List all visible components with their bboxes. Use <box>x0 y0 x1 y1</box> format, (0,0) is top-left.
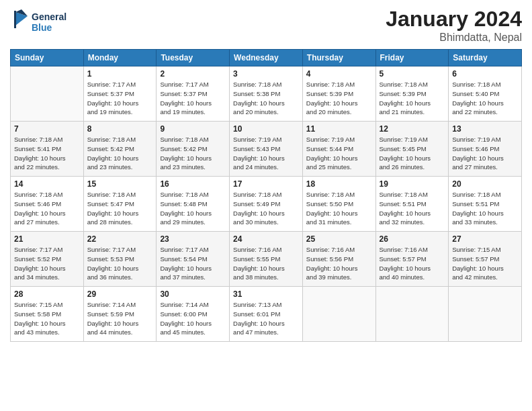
day-cell: 30Sunrise: 7:14 AMSunset: 6:00 PMDayligh… <box>157 287 230 342</box>
day-cell <box>302 287 375 342</box>
day-info: Sunrise: 7:18 AMSunset: 5:51 PMDaylight:… <box>380 190 445 227</box>
day-number: 8 <box>87 124 153 134</box>
day-number: 23 <box>160 234 226 244</box>
day-cell: 18Sunrise: 7:18 AMSunset: 5:50 PMDayligh… <box>302 177 375 232</box>
header-thursday: Thursday <box>302 50 375 66</box>
day-cell: 23Sunrise: 7:17 AMSunset: 5:54 PMDayligh… <box>157 232 230 287</box>
day-cell: 26Sunrise: 7:16 AMSunset: 5:57 PMDayligh… <box>375 232 449 287</box>
day-number: 5 <box>380 69 445 79</box>
day-info: Sunrise: 7:17 AMSunset: 5:53 PMDaylight:… <box>87 245 153 282</box>
day-cell: 15Sunrise: 7:18 AMSunset: 5:47 PMDayligh… <box>83 177 157 232</box>
day-cell: 31Sunrise: 7:13 AMSunset: 6:01 PMDayligh… <box>230 287 303 342</box>
day-info: Sunrise: 7:18 AMSunset: 5:48 PMDaylight:… <box>160 190 226 227</box>
day-info: Sunrise: 7:19 AMSunset: 5:43 PMDaylight:… <box>233 135 299 172</box>
day-cell: 10Sunrise: 7:19 AMSunset: 5:43 PMDayligh… <box>230 122 303 177</box>
day-number: 18 <box>306 179 372 189</box>
day-number: 17 <box>233 179 299 189</box>
day-info: Sunrise: 7:14 AMSunset: 6:00 PMDaylight:… <box>160 300 226 337</box>
header-friday: Friday <box>375 50 449 66</box>
day-cell <box>449 287 522 342</box>
day-info: Sunrise: 7:18 AMSunset: 5:47 PMDaylight:… <box>87 190 153 227</box>
day-cell: 8Sunrise: 7:18 AMSunset: 5:42 PMDaylight… <box>83 122 157 177</box>
day-number: 11 <box>306 124 372 134</box>
day-number: 24 <box>233 234 299 244</box>
day-cell: 1Sunrise: 7:17 AMSunset: 5:37 PMDaylight… <box>83 66 157 122</box>
day-info: Sunrise: 7:18 AMSunset: 5:50 PMDaylight:… <box>306 190 372 227</box>
day-number: 15 <box>87 179 153 189</box>
day-number: 14 <box>14 179 80 189</box>
header-monday: Monday <box>83 50 157 66</box>
day-info: Sunrise: 7:17 AMSunset: 5:54 PMDaylight:… <box>160 245 226 282</box>
day-cell: 12Sunrise: 7:19 AMSunset: 5:45 PMDayligh… <box>375 122 449 177</box>
day-cell: 4Sunrise: 7:18 AMSunset: 5:39 PMDaylight… <box>302 66 375 122</box>
logo-svg: General Blue <box>10 7 91 36</box>
day-info: Sunrise: 7:18 AMSunset: 5:41 PMDaylight:… <box>14 135 80 172</box>
day-cell <box>375 287 449 342</box>
day-number: 31 <box>233 289 299 299</box>
day-number: 4 <box>306 69 372 79</box>
header-sunday: Sunday <box>11 50 84 66</box>
day-cell: 9Sunrise: 7:18 AMSunset: 5:42 PMDaylight… <box>157 122 230 177</box>
day-cell: 28Sunrise: 7:15 AMSunset: 5:58 PMDayligh… <box>11 287 84 342</box>
day-info: Sunrise: 7:18 AMSunset: 5:51 PMDaylight:… <box>452 190 518 227</box>
day-info: Sunrise: 7:16 AMSunset: 5:55 PMDaylight:… <box>233 245 299 282</box>
day-number: 1 <box>87 69 153 79</box>
day-number: 7 <box>14 124 80 134</box>
day-number: 25 <box>306 234 372 244</box>
day-number: 3 <box>233 69 299 79</box>
day-number: 10 <box>233 124 299 134</box>
week-row-1: 1Sunrise: 7:17 AMSunset: 5:37 PMDaylight… <box>11 66 522 122</box>
day-info: Sunrise: 7:19 AMSunset: 5:46 PMDaylight:… <box>452 135 518 172</box>
header-tuesday: Tuesday <box>157 50 230 66</box>
day-number: 20 <box>452 179 518 189</box>
day-info: Sunrise: 7:15 AMSunset: 5:57 PMDaylight:… <box>452 245 518 282</box>
day-info: Sunrise: 7:17 AMSunset: 5:52 PMDaylight:… <box>14 245 80 282</box>
day-cell: 29Sunrise: 7:14 AMSunset: 5:59 PMDayligh… <box>83 287 157 342</box>
week-row-4: 21Sunrise: 7:17 AMSunset: 5:52 PMDayligh… <box>11 232 522 287</box>
day-info: Sunrise: 7:18 AMSunset: 5:42 PMDaylight:… <box>87 135 153 172</box>
day-number: 26 <box>380 234 445 244</box>
day-number: 16 <box>160 179 226 189</box>
day-cell: 19Sunrise: 7:18 AMSunset: 5:51 PMDayligh… <box>375 177 449 232</box>
day-info: Sunrise: 7:19 AMSunset: 5:44 PMDaylight:… <box>306 135 372 172</box>
day-cell: 5Sunrise: 7:18 AMSunset: 5:39 PMDaylight… <box>375 66 449 122</box>
day-info: Sunrise: 7:17 AMSunset: 5:37 PMDaylight:… <box>160 80 226 117</box>
day-info: Sunrise: 7:16 AMSunset: 5:57 PMDaylight:… <box>380 245 445 282</box>
day-cell: 27Sunrise: 7:15 AMSunset: 5:57 PMDayligh… <box>449 232 522 287</box>
day-cell: 7Sunrise: 7:18 AMSunset: 5:41 PMDaylight… <box>11 122 84 177</box>
svg-text:Blue: Blue <box>32 22 52 33</box>
location: Bhimdatta, Nepal <box>386 32 522 44</box>
day-cell: 6Sunrise: 7:18 AMSunset: 5:40 PMDaylight… <box>449 66 522 122</box>
calendar-table: SundayMondayTuesdayWednesdayThursdayFrid… <box>10 49 522 342</box>
day-info: Sunrise: 7:13 AMSunset: 6:01 PMDaylight:… <box>233 300 299 337</box>
day-cell: 25Sunrise: 7:16 AMSunset: 5:56 PMDayligh… <box>302 232 375 287</box>
svg-text:General: General <box>32 11 66 22</box>
day-info: Sunrise: 7:18 AMSunset: 5:49 PMDaylight:… <box>233 190 299 227</box>
day-cell: 17Sunrise: 7:18 AMSunset: 5:49 PMDayligh… <box>230 177 303 232</box>
day-info: Sunrise: 7:18 AMSunset: 5:40 PMDaylight:… <box>452 80 518 117</box>
day-number: 22 <box>87 234 153 244</box>
day-number: 30 <box>160 289 226 299</box>
day-info: Sunrise: 7:14 AMSunset: 5:59 PMDaylight:… <box>87 300 153 337</box>
day-cell: 2Sunrise: 7:17 AMSunset: 5:37 PMDaylight… <box>157 66 230 122</box>
day-number: 9 <box>160 124 226 134</box>
day-cell: 21Sunrise: 7:17 AMSunset: 5:52 PMDayligh… <box>11 232 84 287</box>
day-info: Sunrise: 7:18 AMSunset: 5:46 PMDaylight:… <box>14 190 80 227</box>
day-cell: 14Sunrise: 7:18 AMSunset: 5:46 PMDayligh… <box>11 177 84 232</box>
week-row-2: 7Sunrise: 7:18 AMSunset: 5:41 PMDaylight… <box>11 122 522 177</box>
day-info: Sunrise: 7:18 AMSunset: 5:42 PMDaylight:… <box>160 135 226 172</box>
day-cell: 16Sunrise: 7:18 AMSunset: 5:48 PMDayligh… <box>157 177 230 232</box>
day-cell: 22Sunrise: 7:17 AMSunset: 5:53 PMDayligh… <box>83 232 157 287</box>
header-wednesday: Wednesday <box>230 50 303 66</box>
day-number: 28 <box>14 289 80 299</box>
day-info: Sunrise: 7:18 AMSunset: 5:39 PMDaylight:… <box>380 80 445 117</box>
week-row-3: 14Sunrise: 7:18 AMSunset: 5:46 PMDayligh… <box>11 177 522 232</box>
title-block: January 2024 Bhimdatta, Nepal <box>386 7 522 44</box>
day-number: 12 <box>380 124 445 134</box>
day-info: Sunrise: 7:18 AMSunset: 5:38 PMDaylight:… <box>233 80 299 117</box>
day-info: Sunrise: 7:19 AMSunset: 5:45 PMDaylight:… <box>380 135 445 172</box>
day-cell <box>11 66 84 122</box>
svg-rect-4 <box>14 11 16 28</box>
day-cell: 11Sunrise: 7:19 AMSunset: 5:44 PMDayligh… <box>302 122 375 177</box>
header-row: SundayMondayTuesdayWednesdayThursdayFrid… <box>11 50 522 66</box>
